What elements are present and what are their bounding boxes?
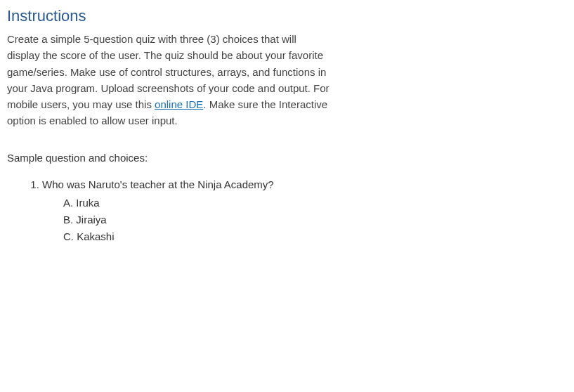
- heading-instructions: Instructions: [7, 7, 330, 25]
- question-item: Who was Naruto's teacher at the Ninja Ac…: [42, 176, 330, 245]
- question-list: Who was Naruto's teacher at the Ninja Ac…: [7, 176, 330, 245]
- choice-b: B. Jiraiya: [63, 211, 330, 228]
- choice-a: A. Iruka: [63, 195, 330, 211]
- online-ide-link[interactable]: online IDE: [155, 98, 203, 110]
- choice-c: C. Kakashi: [63, 228, 330, 245]
- sample-label: Sample question and choices:: [7, 152, 330, 164]
- choice-list: A. Iruka B. Jiraiya C. Kakashi: [42, 195, 330, 245]
- question-text: Who was Naruto's teacher at the Ninja Ac…: [42, 176, 330, 193]
- instructions-paragraph: Create a simple 5-question quiz with thr…: [7, 31, 330, 129]
- instructions-panel: Instructions Create a simple 5-question …: [7, 7, 330, 245]
